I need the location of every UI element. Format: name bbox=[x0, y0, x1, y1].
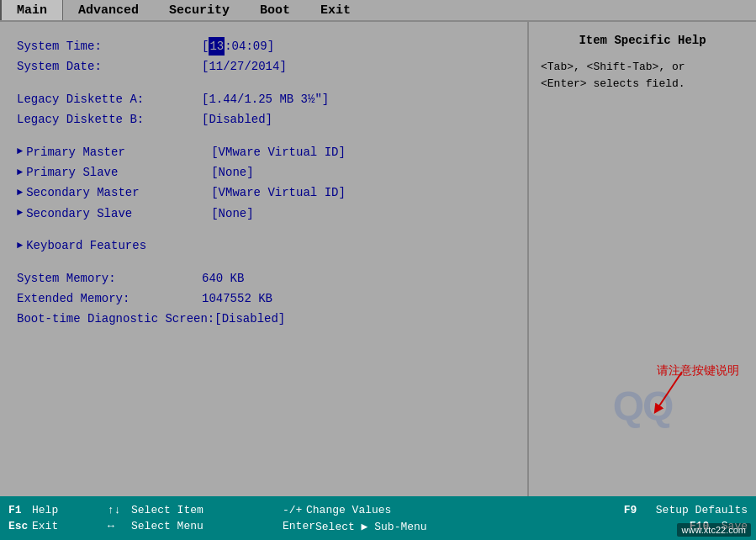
left-panel: System Time: [13:04:09] System Date: [11… bbox=[0, 22, 527, 496]
primary-slave-row[interactable]: ► Primary Slave [None] bbox=[17, 163, 510, 182]
legacy-a-label: Legacy Diskette A: bbox=[17, 90, 202, 109]
boot-diag-label: Boot-time Diagnostic Screen: bbox=[17, 310, 214, 328]
status-bar: F1 Help ↑↓ Select Item -/+ Change Values… bbox=[0, 496, 756, 540]
menu-item-advanced[interactable]: Advanced bbox=[63, 0, 154, 20]
system-time-label: System Time: bbox=[17, 37, 202, 56]
minus-plus-sep: -/+ bbox=[283, 504, 306, 516]
extended-memory-label: Extended Memory: bbox=[17, 289, 202, 308]
content-area: System Time: [13:04:09] System Date: [11… bbox=[0, 22, 756, 496]
up-down-arrows: ↑↓ bbox=[108, 504, 131, 516]
menu-item-exit[interactable]: Exit bbox=[305, 0, 366, 20]
esc-key: Esc bbox=[8, 520, 32, 532]
arrow-icon-primary-master: ► bbox=[17, 144, 23, 160]
menu-bar: Main Advanced Security Boot Exit bbox=[0, 0, 756, 22]
select-item-label: Select Item bbox=[131, 504, 283, 516]
keyboard-features-label: Keyboard Features bbox=[26, 236, 211, 255]
annotation-arrow bbox=[648, 368, 699, 422]
extended-memory-value: 1047552 KB bbox=[202, 289, 272, 308]
f9-key: F9 bbox=[624, 504, 656, 516]
system-time-row: System Time: [13:04:09] bbox=[17, 37, 510, 56]
system-date-value[interactable]: [11/27/2014] bbox=[202, 57, 287, 76]
system-memory-value: 640 KB bbox=[202, 269, 244, 288]
gap3 bbox=[17, 225, 510, 236]
system-memory-label: System Memory: bbox=[17, 269, 202, 288]
help-title: Item Specific Help bbox=[541, 34, 744, 47]
system-time-cursor[interactable]: 13 bbox=[209, 37, 225, 56]
legacy-a-row: Legacy Diskette A: [1.44/1.25 MB 3½"] bbox=[17, 90, 510, 109]
legacy-b-label: Legacy Diskette B: bbox=[17, 110, 202, 129]
menu-item-security[interactable]: Security bbox=[154, 0, 245, 20]
watermark: QQ bbox=[537, 383, 748, 429]
site-badge: www.xtc22.com bbox=[677, 523, 751, 537]
menu-item-main[interactable]: Main bbox=[0, 0, 63, 20]
secondary-slave-label: Secondary Slave bbox=[26, 204, 211, 223]
arrow-icon-keyboard: ► bbox=[17, 238, 23, 254]
secondary-slave-value: [None] bbox=[211, 204, 253, 223]
lr-arrows: ↔ bbox=[108, 520, 131, 532]
arrow-icon-primary-slave: ► bbox=[17, 165, 23, 181]
help-label: Help bbox=[32, 504, 108, 516]
secondary-slave-row[interactable]: ► Secondary Slave [None] bbox=[17, 204, 510, 223]
boot-diag-value[interactable]: [Disabled] bbox=[214, 310, 285, 328]
primary-slave-label: Primary Slave bbox=[26, 163, 211, 182]
sub-menu-label: Select ▶ Sub-Menu bbox=[315, 520, 467, 533]
primary-master-label: Primary Master bbox=[26, 143, 211, 161]
enter-sep: Enter bbox=[283, 520, 315, 532]
secondary-master-value: [VMware Virtual ID] bbox=[211, 183, 346, 202]
secondary-master-label: Secondary Master bbox=[26, 183, 211, 202]
legacy-a-value[interactable]: [1.44/1.25 MB 3½"] bbox=[202, 90, 329, 109]
menu-item-boot[interactable]: Boot bbox=[245, 0, 305, 20]
svg-line-1 bbox=[657, 372, 682, 410]
status-row-2: Esc Exit ↔ Select Menu Enter Select ▶ Su… bbox=[0, 518, 756, 535]
system-memory-row: System Memory: 640 KB bbox=[17, 269, 510, 288]
change-values-label: Change Values bbox=[306, 504, 457, 516]
legacy-b-value[interactable]: [Disabled] bbox=[202, 110, 272, 129]
secondary-master-row[interactable]: ► Secondary Master [VMware Virtual ID] bbox=[17, 183, 510, 202]
gap1 bbox=[17, 78, 510, 90]
primary-master-value: [VMware Virtual ID] bbox=[211, 143, 346, 161]
system-time-value[interactable]: [13:04:09] bbox=[202, 37, 274, 56]
legacy-b-row: Legacy Diskette B: [Disabled] bbox=[17, 110, 510, 129]
keyboard-features-row[interactable]: ► Keyboard Features bbox=[17, 236, 510, 255]
setup-defaults-label: Setup Defaults bbox=[656, 504, 748, 516]
system-date-row: System Date: [11/27/2014] bbox=[17, 57, 510, 76]
right-panel: Item Specific Help <Tab>, <Shift-Tab>, o… bbox=[527, 22, 756, 496]
primary-slave-value: [None] bbox=[211, 163, 253, 182]
system-date-label: System Date: bbox=[17, 57, 202, 76]
boot-diag-row: Boot-time Diagnostic Screen: [Disabled] bbox=[17, 310, 510, 328]
exit-label: Exit bbox=[32, 520, 108, 532]
help-text: <Tab>, <Shift-Tab>, or<Enter> selects fi… bbox=[541, 59, 744, 92]
arrow-icon-secondary-slave: ► bbox=[17, 205, 23, 221]
arrow-icon-secondary-master: ► bbox=[17, 185, 23, 201]
gap2 bbox=[17, 131, 510, 143]
f1-key: F1 bbox=[8, 504, 32, 516]
select-menu-label: Select Menu bbox=[131, 520, 283, 532]
primary-master-row[interactable]: ► Primary Master [VMware Virtual ID] bbox=[17, 143, 510, 161]
extended-memory-row: Extended Memory: 1047552 KB bbox=[17, 289, 510, 308]
gap4 bbox=[17, 257, 510, 269]
status-row-1: F1 Help ↑↓ Select Item -/+ Change Values… bbox=[0, 502, 756, 518]
